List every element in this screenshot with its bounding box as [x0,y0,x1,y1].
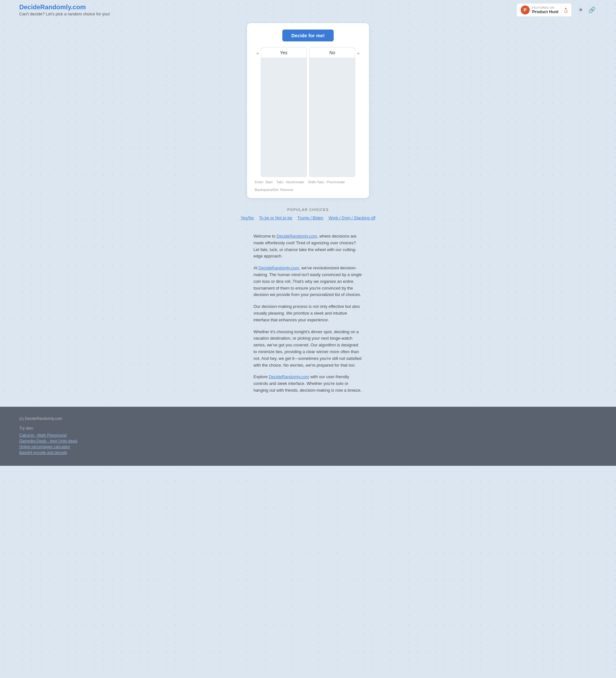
site-logo[interactable]: DecideRandomly.com [19,3,86,11]
body-link[interactable]: DecideRandomly.com [277,234,317,238]
footer-try: Try also: [19,426,597,430]
body-text-section: Welcome to DecideRandomly.com, where dec… [253,233,363,394]
body-paragraph: Our decision-making process is not only … [253,303,363,323]
share-button[interactable]: 🔗 [587,5,597,15]
footer-link-item[interactable]: Online percentages calculator [19,445,597,449]
decide-button[interactable]: Decide for me! [282,30,334,41]
footer: (c) DecideRandomly.com Try also: Calcul.… [0,407,616,466]
choice-yes-header[interactable]: Yes [261,47,307,58]
header-right: P FEATURED ON Product Hunt ▲ 13 ☀ 🔗 [517,3,597,17]
popular-link-item[interactable]: To be or Not to be [259,215,292,220]
body-paragraph: Welcome to DecideRandomly.com, where dec… [253,233,363,260]
keyboard-hint-item: Backspace/Del: Remove [255,188,293,192]
body-paragraph: Whether it's choosing tonight's dinner s… [253,329,363,369]
footer-link-item[interactable]: Base64 encode and decode [19,450,597,455]
choice-no-body [309,58,355,177]
body-link[interactable]: DecideRandomly.com [258,265,299,270]
popular-link-item[interactable]: Yes/No [241,215,254,220]
add-left-button[interactable]: + [255,48,261,60]
body-paragraph: Explore DecideRandomly.com with our user… [253,374,363,393]
footer-copyright: (c) DecideRandomly.com [19,416,597,421]
ph-name: Product Hunt [532,9,559,14]
add-right-button[interactable]: + [355,48,361,60]
footer-link-item[interactable]: Gamedev.Deals - best Unity deals [19,439,597,443]
choice-no-header[interactable]: No [309,47,355,58]
popular-links: Yes/NoTo be or Not to beTrump / BidenWor… [241,215,375,220]
product-hunt-text: FEATURED ON Product Hunt [532,6,559,14]
keyboard-hint-item: Shift+Tab/,: Prev/create [308,180,345,184]
choices-row: + Yes No + [255,47,361,177]
choices-grid: Yes No [261,47,356,177]
choice-yes-body [261,58,307,177]
footer-links: Calcul.io - Math PlaygroundGamedev.Deals… [19,433,597,455]
popular-section: POPULAR CHOICES Yes/NoTo be or Not to be… [0,208,616,220]
product-hunt-badge[interactable]: P FEATURED ON Product Hunt ▲ 13 [517,3,572,17]
theme-toggle-button[interactable]: ☀ [577,5,584,15]
popular-link-item[interactable]: Trump / Biden [297,215,323,220]
choice-col-yes: Yes [261,47,307,177]
product-hunt-icon: P [521,5,530,14]
header-icons: ☀ 🔗 [577,5,597,15]
keyboard-hint: Enter: StartTab/.: Next/createShift+Tab/… [255,180,361,192]
popular-title: POPULAR CHOICES [287,208,329,212]
ph-featured-label: FEATURED ON [532,6,559,9]
footer-link-item[interactable]: Calcul.io - Math Playground [19,433,597,438]
decide-btn-row: Decide for me! [255,30,361,41]
body-link[interactable]: DecideRandomly.com [269,374,309,379]
header-left: DecideRandomly.com Can't decide? Let's p… [19,3,110,16]
decision-card: Decide for me! + Yes No + Enter: StartTa… [247,23,369,198]
header-tagline: Can't decide? Let's pick a random choice… [19,11,110,16]
ph-vote: ▲ 13 [561,6,568,13]
body-paragraph: At DecideRandomly.com, we've revolutioni… [253,265,363,298]
choice-col-no: No [309,47,355,177]
main-container: Decide for me! + Yes No + Enter: StartTa… [0,23,616,198]
keyboard-hint-item: Tab/.: Next/create [277,180,304,184]
keyboard-hint-item: Enter: Start [255,180,273,184]
ph-vote-arrow: ▲ [564,6,567,10]
ph-vote-count: 13 [564,10,568,13]
popular-link-item[interactable]: Work / Gym / Slacking off [329,215,375,220]
header: DecideRandomly.com Can't decide? Let's p… [0,0,616,20]
